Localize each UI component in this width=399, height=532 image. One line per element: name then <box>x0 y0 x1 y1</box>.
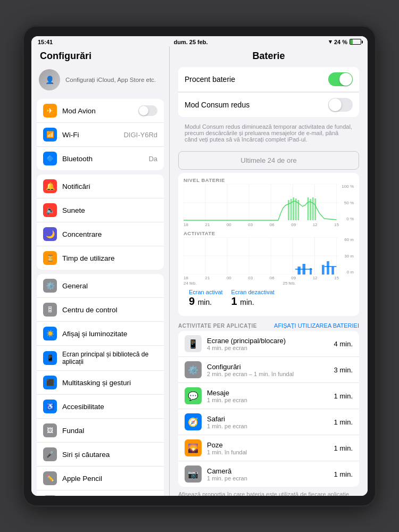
sidebar-item-centru[interactable]: 🎛 Centru de control <box>37 298 164 322</box>
camera-time: 1 min. <box>334 470 353 478</box>
wifi-icon-sidebar: 📶 <box>43 128 57 142</box>
ax-00: 00 <box>227 276 231 280</box>
chart-selector: Ultimele 24 de ore <box>178 151 359 170</box>
svg-rect-19 <box>314 198 316 220</box>
notificari-label: Notificări <box>62 182 157 190</box>
ecrane-name: Ecrane (principal/blocare) <box>207 337 329 345</box>
sidebar-item-general[interactable]: ⚙️ General <box>37 274 164 298</box>
sidebar-item-apple-pencil[interactable]: ✏️ Apple Pencil <box>37 467 164 491</box>
siri-label: Siri și căutarea <box>62 451 157 459</box>
sidebar-item-siri[interactable]: 🎤 Siri și căutarea <box>37 443 164 467</box>
general-icon: ⚙️ <box>43 279 57 293</box>
general-label: General <box>62 282 157 290</box>
sidebar-account[interactable]: 👤 Configurați iCloud, App Store etc. <box>31 65 169 95</box>
sidebar-item-fundal[interactable]: 🖼 Fundal <box>37 419 164 443</box>
safari-icon: 🧭 <box>185 413 202 430</box>
timp-icon: ⏳ <box>43 251 57 265</box>
x-03: 03 <box>248 222 253 227</box>
ecran-principal-label: Ecran principal și bibliotecă de aplicaț… <box>62 351 157 365</box>
app-row-camera[interactable]: 📷 Cameră 1 min. pe ecran 1 min. <box>178 461 359 487</box>
ax-15: 15 <box>334 276 339 280</box>
screen-off-value: 1 min. <box>231 295 275 307</box>
mesaje-sub: 1 min. pe ecran <box>207 397 329 403</box>
app-row-poze[interactable]: 🌄 Poze 1 min. în fundal 1 min. <box>178 435 359 461</box>
sidebar-item-ecran-principal[interactable]: 📱 Ecran principal și bibliotecă de aplic… <box>37 346 164 371</box>
afisaj-label: Afișaj și luminozitate <box>62 330 157 338</box>
date-24feb: 24 feb. <box>184 281 196 286</box>
sidebar-item-face-id[interactable]: 👤 Face ID și cod de acces <box>37 491 164 496</box>
sidebar-item-concentrare[interactable]: 🌙 Concentrare <box>37 222 164 246</box>
mod-consum-toggle[interactable] <box>328 98 353 112</box>
app-row-configurari[interactable]: ⚙️ Configurări 2 min. pe ecran – 1 min. … <box>178 357 359 383</box>
sidebar-item-timp[interactable]: ⏳ Timp de utilizare <box>37 246 164 270</box>
configurari-name: Configurări <box>207 363 329 371</box>
ipad-frame: 15:41 dum. 25 feb. ▾ 24 % Configurări 👤 … <box>24 27 375 505</box>
activity-header-row: ACTIVITATE PER APLICAȚIE AFIȘAȚI UTILIZA… <box>178 320 359 331</box>
status-right: ▾ 24 % <box>329 38 361 45</box>
activity-0: 0 m <box>347 270 354 275</box>
screen-time-row: Ecran activat 9 min. Ecran dezactivat 1 … <box>184 286 354 312</box>
centru-icon: 🎛 <box>43 303 57 317</box>
safari-name: Safari <box>207 415 329 423</box>
mod-avion-toggle[interactable] <box>138 105 157 116</box>
x-06: 06 <box>270 222 275 227</box>
wifi-label: Wi-Fi <box>62 131 118 139</box>
mesaje-icon: 💬 <box>185 387 202 404</box>
app-row-safari[interactable]: 🧭 Safari 1 min. pe ecran 1 min. <box>178 409 359 435</box>
apple-pencil-label: Apple Pencil <box>62 475 157 483</box>
activity-per-app-label: ACTIVITATE PER APLICAȚIE <box>178 323 257 329</box>
battery-level-svg <box>184 184 339 221</box>
battery-fill <box>350 39 353 44</box>
x-18: 18 <box>184 222 188 227</box>
screen-on-item: Ecran activat 9 min. <box>189 289 223 307</box>
ax-12: 12 <box>313 276 318 280</box>
mesaje-time: 1 min. <box>334 392 353 400</box>
screen-off-item: Ecran dezactivat 1 min. <box>231 289 275 307</box>
sidebar-item-accesibilitate[interactable]: ♿ Accesibilitate <box>37 395 164 419</box>
sidebar-item-multitasking[interactable]: ⬛ Multitasking și gesturi <box>37 371 164 395</box>
face-id-icon: 👤 <box>43 495 57 496</box>
app-row-mesaje[interactable]: 💬 Mesaje 1 min. pe ecran 1 min. <box>178 383 359 409</box>
procent-baterie-toggle[interactable] <box>328 72 353 86</box>
svg-rect-35 <box>327 261 329 275</box>
screen-off-label: Ecran dezactivat <box>231 289 275 295</box>
poze-name: Poze <box>207 441 329 449</box>
svg-rect-13 <box>293 197 294 220</box>
svg-rect-15 <box>297 200 299 220</box>
activity-60: 60 m <box>344 237 354 242</box>
ecrane-icon: 📱 <box>185 335 202 352</box>
configurari-info: Configurări 2 min. pe ecran – 1 min. în … <box>207 363 329 377</box>
settings-group-main: Procent baterie Mod Consum redus <box>178 67 359 117</box>
sidebar-item-afisaj[interactable]: ☀️ Afișaj și luminozitate <box>37 322 164 346</box>
sidebar-section-2: 🔔 Notificări 🔈 Sunete 🌙 Concentrare ⏳ Ti… <box>37 174 164 270</box>
app-row-ecrane[interactable]: 📱 Ecrane (principal/blocare) 4 min. pe e… <box>178 331 359 357</box>
battery-level-chart: 100 % 50 % 0 % <box>184 184 354 221</box>
sidebar-item-bluetooth[interactable]: 🔷 Bluetooth Da <box>37 147 164 170</box>
x-15: 15 <box>334 222 339 227</box>
sidebar-item-wifi[interactable]: 📶 Wi-Fi DIGI-Y6Rd <box>37 123 164 147</box>
ecran-principal-icon: 📱 <box>43 351 57 365</box>
ax-18: 18 <box>184 276 188 280</box>
accesibilitate-label: Accesibilitate <box>62 403 157 411</box>
configurari-app-icon: ⚙️ <box>185 361 202 378</box>
battery-icon <box>350 39 361 45</box>
sidebar-item-sunete[interactable]: 🔈 Sunete <box>37 198 164 222</box>
ax-09: 09 <box>291 276 296 280</box>
level-100: 100 % <box>342 184 354 189</box>
sunete-icon: 🔈 <box>43 203 57 217</box>
chart-period-button[interactable]: Ultimele 24 de ore <box>178 151 359 170</box>
bluetooth-icon: 🔷 <box>43 152 57 165</box>
svg-rect-34 <box>322 265 325 275</box>
setting-procent-baterie: Procent baterie <box>178 67 359 92</box>
safari-sub: 1 min. pe ecran <box>207 423 329 429</box>
status-date: dum. 25 feb. <box>173 39 207 45</box>
status-bar: 15:41 dum. 25 feb. ▾ 24 % <box>31 36 368 46</box>
sidebar-item-notificari[interactable]: 🔔 Notificări <box>37 174 164 198</box>
ecrane-time: 4 min. <box>334 340 353 348</box>
ecrane-sub: 4 min. pe ecran <box>207 345 329 351</box>
sidebar-item-mod-avion[interactable]: ✈ Mod Avion <box>37 99 164 123</box>
show-battery-link[interactable]: AFIȘAȚI UTILIZAREA BATERIEI <box>274 322 359 329</box>
sidebar: Configurări 👤 Configurați iCloud, App St… <box>31 46 170 496</box>
activity-svg <box>184 237 339 275</box>
setting-mod-consum: Mod Consum redus <box>178 92 359 117</box>
